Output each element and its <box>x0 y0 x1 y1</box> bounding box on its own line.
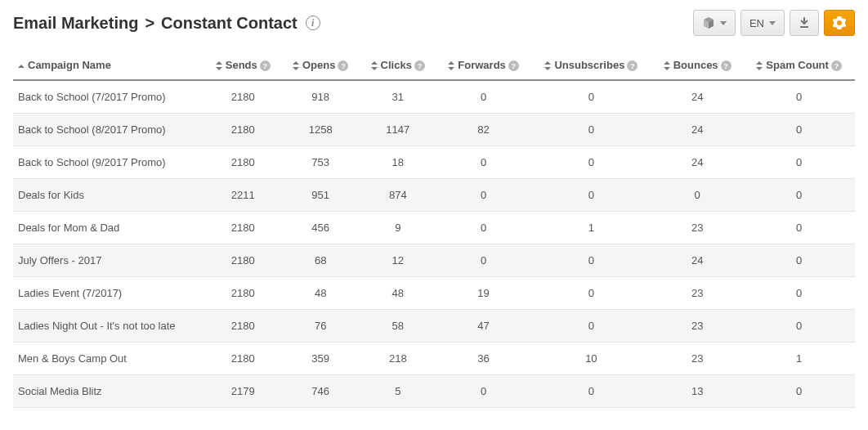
sort-icon <box>216 62 222 70</box>
column-label: Sends <box>226 59 257 71</box>
column-label: Campaign Name <box>28 59 111 71</box>
caret-down-icon <box>720 21 727 25</box>
bounces-cell: 24 <box>651 80 743 114</box>
table-header: Campaign NameSends?Opens?Clicks?Forwards… <box>13 51 855 80</box>
sort-icon <box>371 62 378 70</box>
sort-icon <box>18 62 25 70</box>
sends-cell: 2180 <box>204 343 281 375</box>
table-row[interactable]: Deals for Mom & Dad2180456901230 <box>13 212 855 244</box>
column-label: Spam Count <box>766 59 829 71</box>
campaign-name-cell: Back to School (7/2017 Promo) <box>13 80 204 114</box>
opens-cell: 456 <box>281 212 360 244</box>
cube-menu-button[interactable] <box>693 10 736 36</box>
download-button[interactable] <box>790 10 819 36</box>
bounces-cell: 13 <box>651 375 743 408</box>
breadcrumb-separator: > <box>145 14 154 33</box>
column-header[interactable]: Clicks? <box>360 51 436 80</box>
table-row[interactable]: Deals for Kids22119518740000 <box>13 179 855 212</box>
column-header[interactable]: Spam Count? <box>743 51 855 80</box>
help-icon[interactable]: ? <box>414 60 425 71</box>
help-icon[interactable]: ? <box>260 60 271 71</box>
sends-cell: 2180 <box>204 114 281 146</box>
column-header[interactable]: Bounces? <box>651 51 743 80</box>
unsubs-cell: 0 <box>531 375 651 408</box>
bounces-cell: 0 <box>651 179 743 212</box>
column-label: Opens <box>302 59 335 71</box>
forwards-cell: 36 <box>436 343 530 375</box>
header: Email Marketing > Constant Contact i EN <box>13 10 855 36</box>
help-icon[interactable]: ? <box>627 60 638 71</box>
bounces-cell: 23 <box>651 310 743 343</box>
clicks-cell: 12 <box>360 244 436 277</box>
campaign-name-cell: Deals for Kids <box>13 179 204 212</box>
unsubs-cell: 0 <box>531 244 651 277</box>
table-row[interactable]: Back to School (9/2017 Promo)21807531800… <box>13 146 855 179</box>
campaign-name-cell: Back to School (8/2017 Promo) <box>13 114 204 146</box>
table-row[interactable]: Back to School (7/2017 Promo)21809183100… <box>13 80 855 114</box>
campaign-name-cell: Deals for Mom & Dad <box>13 212 204 244</box>
clicks-cell: 18 <box>360 146 436 179</box>
clicks-cell: 1147 <box>360 114 436 146</box>
bounces-cell: 24 <box>651 146 743 179</box>
campaign-name-cell: July Offers - 2017 <box>13 244 204 277</box>
column-header[interactable]: Sends? <box>204 51 281 80</box>
help-icon[interactable]: ? <box>831 60 842 71</box>
campaign-name-cell: Back to School (9/2017 Promo) <box>13 146 204 179</box>
help-icon[interactable]: ? <box>721 60 732 71</box>
forwards-cell: 19 <box>436 277 530 310</box>
clicks-cell: 48 <box>360 277 436 310</box>
settings-button[interactable] <box>824 10 855 36</box>
gear-icon <box>833 16 846 29</box>
table-row[interactable]: Ladies Event (7/2017)21804848190230 <box>13 277 855 310</box>
forwards-cell: 0 <box>436 375 530 408</box>
clicks-cell: 9 <box>360 212 436 244</box>
clicks-cell: 218 <box>360 343 436 375</box>
sort-icon <box>664 62 670 70</box>
spam-cell: 0 <box>743 179 855 212</box>
forwards-cell: 0 <box>436 80 530 114</box>
clicks-cell: 5 <box>360 375 436 408</box>
unsubs-cell: 10 <box>531 343 651 375</box>
column-header[interactable]: Opens? <box>281 51 360 80</box>
column-label: Unsubscribes <box>554 59 624 71</box>
table-row[interactable]: Men & Boys Camp Out21803592183610231 <box>13 343 855 375</box>
column-header[interactable]: Campaign Name <box>13 51 204 80</box>
forwards-cell: 0 <box>436 212 530 244</box>
spam-cell: 0 <box>743 80 855 114</box>
help-icon[interactable]: ? <box>508 60 519 71</box>
spam-cell: 0 <box>743 310 855 343</box>
spam-cell: 0 <box>743 114 855 146</box>
sort-icon <box>448 62 454 70</box>
campaign-name-cell: Ladies Event (7/2017) <box>13 277 204 310</box>
table-row[interactable]: Ladies Night Out - It's not too late2180… <box>13 310 855 343</box>
opens-cell: 951 <box>281 179 360 212</box>
table-row[interactable]: Back to School (8/2017 Promo)21801258114… <box>13 114 855 146</box>
forwards-cell: 82 <box>436 114 530 146</box>
opens-cell: 359 <box>281 343 360 375</box>
help-icon[interactable]: ? <box>338 60 348 71</box>
column-header[interactable]: Unsubscribes? <box>531 51 651 80</box>
sends-cell: 2179 <box>204 375 281 408</box>
sort-icon <box>756 62 763 70</box>
unsubs-cell: 0 <box>531 146 651 179</box>
spam-cell: 0 <box>743 375 855 408</box>
unsubs-cell: 0 <box>531 114 651 146</box>
opens-cell: 48 <box>281 277 360 310</box>
spam-cell: 0 <box>743 146 855 179</box>
table-row[interactable]: July Offers - 20172180681200240 <box>13 244 855 277</box>
toolbar: EN <box>693 10 855 36</box>
forwards-cell: 47 <box>436 310 530 343</box>
info-icon[interactable]: i <box>306 16 320 30</box>
download-icon <box>799 17 810 29</box>
opens-cell: 753 <box>281 146 360 179</box>
campaign-table: Campaign NameSends?Opens?Clicks?Forwards… <box>13 51 855 408</box>
bounces-cell: 23 <box>651 212 743 244</box>
language-button[interactable]: EN <box>740 10 785 36</box>
opens-cell: 68 <box>281 244 360 277</box>
breadcrumb-parent[interactable]: Email Marketing <box>13 14 138 33</box>
language-label: EN <box>749 17 764 29</box>
column-label: Clicks <box>381 59 412 71</box>
table-row[interactable]: Social Media Blitz2179746500130 <box>13 375 855 408</box>
column-header[interactable]: Forwards? <box>436 51 530 80</box>
forwards-cell: 0 <box>436 179 530 212</box>
